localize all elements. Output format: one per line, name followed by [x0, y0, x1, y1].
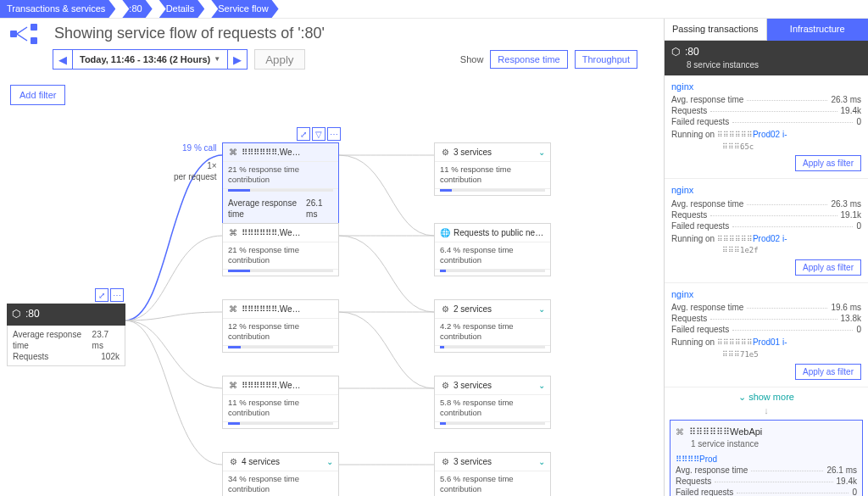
service-flow-icon — [10, 24, 44, 44]
flow-node[interactable]: 🌐Requests to public netw…6.4 % response … — [434, 223, 551, 276]
crumb-transactions[interactable]: Transactions & services — [0, 0, 115, 18]
sidebar-header: ⬡:80 8 service instances — [665, 41, 868, 75]
show-label: Show — [460, 53, 484, 65]
expand-icon[interactable]: ⤢ — [297, 127, 310, 141]
app-icon: ⌘ — [228, 148, 238, 158]
tab-infrastructure[interactable]: Infrastructure — [767, 19, 869, 41]
apply-as-filter-button[interactable]: Apply as filter — [795, 155, 861, 171]
webapi-link[interactable]: ⠿⠿⠿⠿Prod — [676, 454, 717, 464]
flow-node[interactable]: ⚙4 services⌄34 % response time contribut… — [222, 452, 339, 496]
flow-node[interactable]: ⚙3 services⌄5.6 % response time contribu… — [434, 452, 551, 496]
flow-node[interactable]: ⌘⠿⠿⠿⠿⠿⠿.We…11 % response time contributi… — [222, 376, 339, 429]
gear-icon: ⚙ — [440, 457, 450, 467]
flow-node[interactable]: ⌘⠿⠿⠿⠿⠿⠿.We…12 % response time contributi… — [222, 299, 339, 353]
chevron-down-icon[interactable]: ⌄ — [538, 147, 545, 158]
flow-node[interactable]: ⚙3 services⌄5.8 % response time contribu… — [434, 376, 551, 429]
webapi-card[interactable]: ⌘⠿⠿⠿⠿⠿⠿WebApi 1 service instance ⠿⠿⠿⠿Pro… — [670, 420, 863, 496]
root-node[interactable]: ⬡:80 Average response time23.7 ms Reques… — [7, 304, 125, 366]
gear-icon: ⚙ — [440, 148, 450, 158]
instance-card: nginxAvg. response time26.3 msRequests19… — [665, 75, 868, 180]
node-actions: ⤢ ▽ ⋯ — [297, 127, 341, 141]
sidebar: Passing transactions Infrastructure ⬡:80… — [664, 19, 868, 496]
gear-icon: ⚙ — [440, 381, 450, 391]
chevron-down-icon[interactable]: ⌄ — [326, 456, 333, 467]
host-link[interactable]: Prod02 i- — [753, 130, 787, 139]
instance-name[interactable]: nginx — [671, 81, 861, 92]
service-icon: ⬡ — [671, 46, 680, 59]
sidebar-tabs: Passing transactions Infrastructure — [665, 19, 868, 41]
globe-icon: 🌐 — [440, 228, 450, 238]
flow-node[interactable]: ⌘⠿⠿⠿⠿⠿⠿.We…21 % response time contributi… — [222, 223, 339, 276]
flow-node[interactable]: ⚙2 services⌄4.2 % response time contribu… — [434, 299, 551, 353]
instance-name[interactable]: nginx — [671, 184, 861, 196]
app-icon: ⌘ — [228, 228, 238, 238]
flow-canvas: ⤢ ⋯ ⬡:80 Average response time23.7 ms Re… — [0, 66, 664, 496]
chevron-down-icon: ▼ — [214, 55, 220, 64]
host-link[interactable]: Prod01 i- — [753, 337, 787, 347]
instance-card: nginxAvg. response time19.6 msRequests13… — [665, 283, 868, 387]
service-icon: ⬡ — [12, 308, 20, 321]
chevron-down-icon[interactable]: ⌄ — [538, 304, 545, 315]
filter-icon[interactable]: ▽ — [312, 127, 326, 141]
tab-passing-transactions[interactable]: Passing transactions — [665, 19, 767, 41]
more-icon[interactable]: ⋯ — [327, 127, 341, 141]
apply-as-filter-button[interactable]: Apply as filter — [795, 259, 861, 276]
root-node-actions: ⤢ ⋯ — [95, 288, 124, 302]
crumb-details[interactable]: Details — [159, 0, 205, 18]
page-title: Showing service flow of requests of ':80… — [54, 24, 325, 43]
show-more[interactable]: ⌄ show more — [665, 387, 868, 406]
instance-name[interactable]: nginx — [671, 288, 861, 300]
more-icon[interactable]: ⋯ — [110, 288, 124, 302]
gear-icon: ⚙ — [440, 304, 450, 315]
apply-as-filter-button[interactable]: Apply as filter — [795, 364, 861, 380]
instance-card: nginxAvg. response time26.3 msRequests19… — [665, 179, 868, 283]
expand-icon[interactable]: ⤢ — [95, 288, 108, 302]
gear-icon: ⚙ — [228, 457, 238, 467]
breadcrumb: Transactions & services :80 Details Serv… — [0, 0, 868, 19]
app-icon: ⌘ — [228, 304, 238, 315]
chevron-down-icon[interactable]: ⌄ — [538, 380, 545, 391]
crumb-service[interactable]: :80 — [122, 0, 152, 18]
app-icon: ⌘ — [676, 426, 684, 437]
chevron-down-icon[interactable]: ⌄ — [538, 456, 545, 467]
app-icon: ⌘ — [228, 381, 238, 391]
flow-node[interactable]: ⚙3 services⌄11 % response time contribut… — [434, 142, 551, 196]
crumb-service-flow[interactable]: Service flow — [211, 0, 278, 18]
arrow-down-icon: ↓ — [665, 404, 868, 416]
host-link[interactable]: Prod02 i- — [753, 234, 787, 243]
edge-label: 19 % call 1× per request — [174, 142, 217, 182]
